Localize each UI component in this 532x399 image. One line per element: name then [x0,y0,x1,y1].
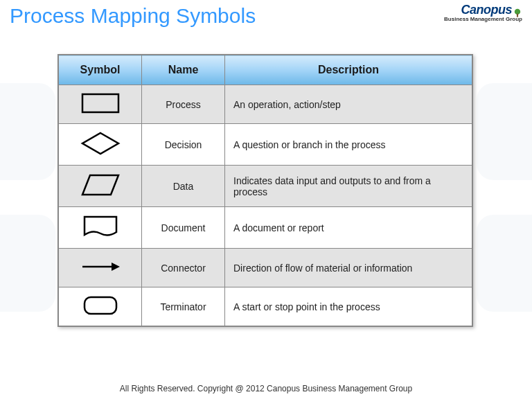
symbols-table: Symbol Name Description Process An opera… [57,54,473,327]
svg-marker-3 [82,133,118,154]
svg-rect-7 [85,297,116,314]
connector-icon [80,260,121,273]
desc-cell: A document or report [225,207,472,249]
symbol-cell [59,166,142,207]
desc-cell: An operation, action/step [225,85,472,124]
terminator-icon [82,295,118,316]
copyright-footer: All Rights Reserved. Copyright @ 2012 Ca… [0,384,532,393]
table-row: Terminator A start or stop point in the … [59,287,472,326]
symbol-cell [59,124,142,166]
header-description: Description [225,55,472,85]
desc-cell: A start or stop point in the process [225,287,472,326]
logo-subtitle: Business Management Group [444,16,522,22]
tree-icon [513,7,522,17]
name-cell: Document [142,207,225,249]
table-row: Decision A question or branch in the pro… [59,124,472,166]
svg-marker-4 [82,175,118,195]
name-cell: Data [142,166,225,207]
brand-logo: Canopus Business Management Group [444,3,522,22]
process-icon [81,93,120,114]
desc-cell: Direction of flow of material or informa… [225,249,472,287]
decision-icon [80,131,121,156]
symbol-cell [59,287,142,326]
table-row: Process An operation, action/step [59,85,472,124]
desc-cell: A question or branch in the process [225,124,472,166]
name-cell: Decision [142,124,225,166]
data-icon [80,172,121,197]
logo-text: Canopus [461,3,512,17]
symbol-cell [59,249,142,287]
table-row: Connector Direction of flow of material … [59,249,472,287]
symbol-cell [59,207,142,249]
symbol-cell [59,85,142,124]
table-row: Document A document or report [59,207,472,249]
name-cell: Process [142,85,225,124]
document-icon [82,214,119,239]
name-cell: Connector [142,249,225,287]
table-row: Data Indicates data input and outputs to… [59,166,472,207]
header-symbol: Symbol [59,55,142,85]
page-title: Process Mapping Symbols [10,4,256,28]
svg-rect-2 [82,94,118,112]
name-cell: Terminator [142,287,225,326]
header-name: Name [142,55,225,85]
svg-marker-6 [112,263,120,271]
desc-cell: Indicates data input and outputs to and … [225,166,472,207]
